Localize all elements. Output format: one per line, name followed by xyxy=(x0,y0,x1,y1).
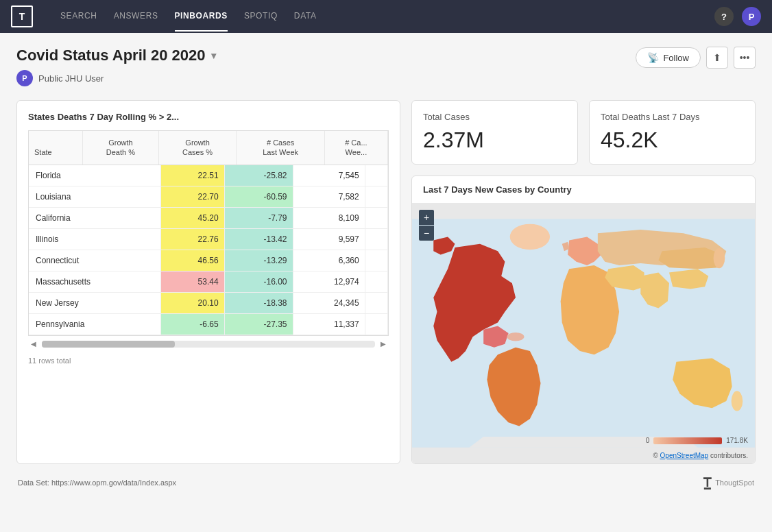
cell-cases-last-week: 8,109 xyxy=(293,207,365,228)
cell-growth-cases: -13.42 xyxy=(224,228,293,250)
cell-growth-death: 20.10 xyxy=(161,292,224,313)
dataset-label: Data Set: https://www.opm.gov/data/Index… xyxy=(18,479,176,487)
share-icon: ⬆ xyxy=(713,52,721,63)
nav-data[interactable]: DATA xyxy=(294,1,317,32)
follow-button[interactable]: 📡 Follow xyxy=(636,47,701,68)
total-deaths-card: Total Deaths Last 7 Days 45.2K xyxy=(589,100,756,165)
data-table-body: Florida22.51-25.827,545Louisiana22.70-60… xyxy=(29,165,388,335)
cell-cases-week xyxy=(365,165,387,186)
scroll-thumb xyxy=(42,341,175,348)
share-button[interactable]: ⬆ xyxy=(706,47,728,69)
cell-state: Pennsylvania xyxy=(29,313,161,335)
total-deaths-value: 45.2K xyxy=(601,128,744,153)
total-deaths-label: Total Deaths Last 7 Days xyxy=(601,112,744,122)
table-row: Massachusetts53.44-16.0012,974 xyxy=(29,271,388,292)
legend-gradient xyxy=(653,437,722,444)
author-name: Public JHU User xyxy=(38,73,104,84)
map-title: Last 7 Days New Cases by Country xyxy=(412,176,755,203)
scroll-right-btn[interactable]: ▶ xyxy=(378,339,389,350)
col-growth-death: GrowthDeath % xyxy=(83,131,158,165)
zoom-out-button[interactable]: − xyxy=(419,226,434,241)
table-header-row: State GrowthDeath % GrowthCases % # Case… xyxy=(29,131,388,165)
data-table: State GrowthDeath % GrowthCases % # Case… xyxy=(29,131,388,165)
map-widget: Last 7 Days New Cases by Country xyxy=(411,176,756,464)
total-cases-label: Total Cases xyxy=(423,112,566,122)
help-button[interactable]: ? xyxy=(714,7,734,26)
svg-point-2 xyxy=(507,332,524,341)
svg-point-3 xyxy=(714,248,725,268)
cell-cases-last-week: 9,597 xyxy=(293,228,365,250)
map-attribution: © OpenStreetMap contributors. xyxy=(653,452,748,459)
cell-growth-cases: -18.38 xyxy=(224,292,293,313)
total-cases-card: Total Cases 2.37M xyxy=(411,100,578,165)
cell-growth-cases: -25.82 xyxy=(224,165,293,186)
col-cases-week: # Ca...Wee... xyxy=(324,131,387,165)
col-growth-cases: GrowthCases % xyxy=(158,131,237,165)
cell-cases-week xyxy=(365,292,387,313)
scroll-track[interactable] xyxy=(42,341,375,348)
cell-cases-week xyxy=(365,228,387,250)
table-row: California45.20-7.798,109 xyxy=(29,207,388,228)
table-title: States Deaths 7 Day Rolling % > 2... xyxy=(28,112,389,122)
cell-state: Louisiana xyxy=(29,186,161,207)
follow-label: Follow xyxy=(663,53,689,63)
page-title-row: Covid Status April 20 2020 ▾ xyxy=(16,47,216,64)
horizontal-scrollbar[interactable]: ◀ ▶ xyxy=(28,336,389,352)
scroll-left-btn[interactable]: ◀ xyxy=(28,339,39,350)
cell-growth-death: 46.56 xyxy=(161,250,224,271)
cell-cases-last-week: 12,974 xyxy=(293,271,365,292)
table-row: Florida22.51-25.827,545 xyxy=(29,165,388,186)
map-svg xyxy=(412,203,755,463)
user-avatar[interactable]: P xyxy=(742,7,761,26)
follow-icon: 📡 xyxy=(647,52,659,63)
cell-state: Massachusetts xyxy=(29,271,161,292)
table-footer: 11 rows total xyxy=(28,356,389,365)
map-zoom-controls: + − xyxy=(419,210,434,241)
logo: T xyxy=(11,5,33,27)
total-cases-value: 2.37M xyxy=(423,128,566,153)
more-button[interactable]: ••• xyxy=(734,47,756,69)
title-caret-icon[interactable]: ▾ xyxy=(211,50,216,61)
author-row: P Public JHU User xyxy=(16,70,216,86)
cell-growth-cases: -7.79 xyxy=(224,207,293,228)
brand-label: T̲ ThougtSpot xyxy=(703,475,754,490)
cell-growth-death: -6.65 xyxy=(161,313,224,335)
nav-answers[interactable]: ANSWERS xyxy=(114,1,158,32)
map-container: + − 0 171.8K © OpenStreetMap contributor… xyxy=(412,203,755,463)
main-grid: States Deaths 7 Day Rolling % > 2... Sta… xyxy=(16,100,756,464)
author-avatar: P xyxy=(16,70,33,86)
cell-cases-week xyxy=(365,207,387,228)
table-wrapper: State GrowthDeath % GrowthCases % # Case… xyxy=(28,130,389,336)
cell-growth-death: 22.70 xyxy=(161,186,224,207)
cell-cases-week xyxy=(365,313,387,335)
cell-cases-last-week: 7,582 xyxy=(293,186,365,207)
cell-growth-cases: -60.59 xyxy=(224,186,293,207)
more-icon: ••• xyxy=(740,52,750,63)
cell-cases-last-week: 24,345 xyxy=(293,292,365,313)
navigation: T SEARCH ANSWERS PINBOARDS SPOTIQ DATA ?… xyxy=(0,0,772,33)
cell-state: Illinois xyxy=(29,228,161,250)
nav-pinboards[interactable]: PINBOARDS xyxy=(175,1,228,32)
page-header: Covid Status April 20 2020 ▾ P Public JH… xyxy=(16,47,756,86)
brand-name: ThougtSpot xyxy=(715,479,754,487)
cell-growth-death: 22.76 xyxy=(161,228,224,250)
nav-spotiq[interactable]: SPOTIQ xyxy=(244,1,278,32)
cell-cases-last-week: 6,360 xyxy=(293,250,365,271)
cell-cases-week xyxy=(365,250,387,271)
table-row: Louisiana22.70-60.597,582 xyxy=(29,186,388,207)
col-state: State xyxy=(29,131,83,165)
cell-growth-cases: -27.35 xyxy=(224,313,293,335)
page-content: Covid Status April 20 2020 ▾ P Public JH… xyxy=(0,33,772,532)
table-row: Pennsylvania-6.65-27.3511,337 xyxy=(29,313,388,335)
page-footer: Data Set: https://www.opm.gov/data/Index… xyxy=(16,475,756,490)
table-scroll-area[interactable]: Florida22.51-25.827,545Louisiana22.70-60… xyxy=(29,165,388,335)
cell-state: California xyxy=(29,207,161,228)
zoom-in-button[interactable]: + xyxy=(419,210,434,225)
cell-growth-death: 45.20 xyxy=(161,207,224,228)
nav-search[interactable]: SEARCH xyxy=(60,1,97,32)
openstreetmap-link[interactable]: OpenStreetMap xyxy=(660,452,709,459)
svg-point-4 xyxy=(732,391,743,411)
stats-row: Total Cases 2.37M Total Deaths Last 7 Da… xyxy=(411,100,756,165)
logo-icon: T xyxy=(11,5,33,27)
cell-cases-last-week: 7,545 xyxy=(293,165,365,186)
